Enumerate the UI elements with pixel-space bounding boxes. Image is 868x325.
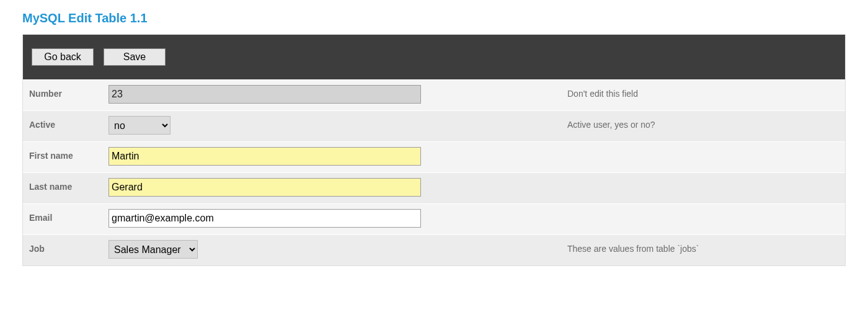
- field-row-number: Number Don't edit this field: [23, 79, 845, 110]
- field-label: Job: [29, 240, 108, 254]
- field-hint: [567, 209, 839, 213]
- field-row-firstname: First name: [23, 141, 845, 172]
- field-label: Email: [29, 209, 108, 223]
- save-button[interactable]: Save: [104, 48, 166, 66]
- edit-form: Go back Save Number Don't edit this fiel…: [22, 34, 846, 266]
- number-input: [108, 85, 421, 104]
- field-hint: Active user, yes or no?: [567, 116, 839, 130]
- go-back-button[interactable]: Go back: [32, 48, 94, 66]
- field-row-lastname: Last name: [23, 172, 845, 203]
- field-row-job: Job Sales Manager These are values from …: [23, 234, 845, 265]
- field-row-email: Email: [23, 203, 845, 234]
- page-title: MySQL Edit Table 1.1: [22, 11, 846, 25]
- field-hint: [567, 147, 839, 151]
- lastname-input[interactable]: [108, 178, 421, 197]
- email-input[interactable]: [108, 209, 421, 228]
- active-select[interactable]: no: [108, 116, 170, 135]
- field-label: Number: [29, 85, 108, 99]
- field-label: Active: [29, 116, 108, 130]
- field-hint: [567, 178, 839, 182]
- firstname-input[interactable]: [108, 147, 421, 166]
- field-hint: Don't edit this field: [567, 85, 839, 99]
- field-label: Last name: [29, 178, 108, 192]
- field-label: First name: [29, 147, 108, 161]
- toolbar: Go back Save: [23, 35, 845, 79]
- field-row-active: Active no Active user, yes or no?: [23, 110, 845, 141]
- field-hint: These are values from table `jobs`: [567, 240, 839, 254]
- job-select[interactable]: Sales Manager: [108, 240, 198, 259]
